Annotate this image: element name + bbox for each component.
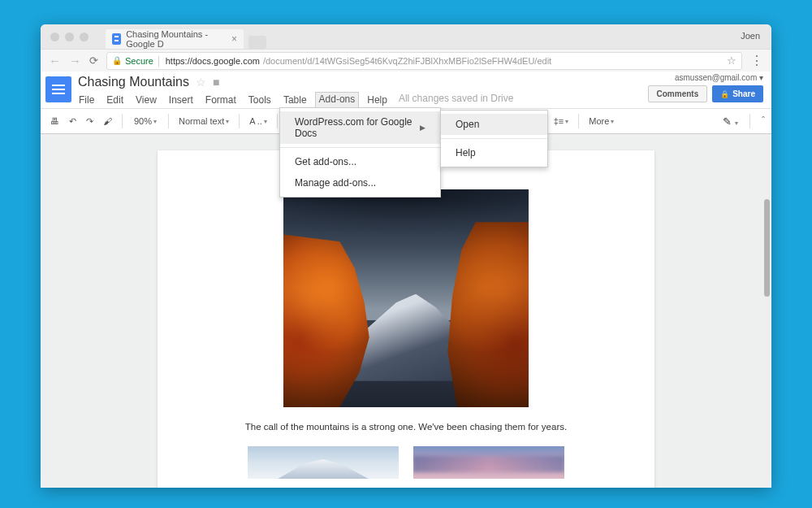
menu-file[interactable]: File: [78, 93, 95, 107]
vertical-scrollbar[interactable]: [764, 199, 770, 297]
menu-view[interactable]: View: [135, 93, 158, 107]
url-path: /document/d/14tWGsiSeg54t6KvqZ2hiFJBlXhx…: [263, 56, 551, 66]
browser-chrome: Chasing Mountains - Google D × Joen ← → …: [41, 24, 771, 72]
save-status: All changes saved in Drive: [399, 93, 513, 107]
new-tab-button[interactable]: [248, 36, 266, 49]
star-icon[interactable]: ☆: [196, 76, 206, 89]
url-host: https://docs.google.com: [166, 56, 260, 66]
maximize-window-icon[interactable]: [80, 33, 89, 41]
comments-button[interactable]: Comments: [648, 85, 708, 102]
submenu-help[interactable]: Help: [441, 142, 547, 163]
font-select[interactable]: A.. ▾: [246, 114, 270, 128]
addon-manage[interactable]: Manage add-ons...: [280, 172, 440, 193]
paint-format-icon[interactable]: 🖌: [100, 114, 115, 128]
address-bar[interactable]: 🔒 Secure │ https://docs.google.com/docum…: [106, 52, 742, 70]
submenu-arrow-icon: ▶: [420, 124, 425, 132]
browser-window: Chasing Mountains - Google D × Joen ← → …: [41, 24, 771, 488]
reload-button[interactable]: ⟳: [89, 54, 98, 67]
tab-strip: Chasing Mountains - Google D ×: [106, 28, 763, 49]
collapse-toolbar-icon[interactable]: ˆ: [762, 115, 765, 127]
share-label: Share: [732, 89, 755, 98]
menu-edit[interactable]: Edit: [106, 93, 124, 107]
paragraph-style-select[interactable]: Normal text ▾: [175, 114, 232, 128]
folder-icon[interactable]: ■: [213, 76, 219, 89]
address-row: ← → ⟳ 🔒 Secure │ https://docs.google.com…: [41, 49, 771, 72]
menu-bar: File Edit View Insert Format Tools Table…: [78, 93, 513, 107]
secure-label: Secure: [125, 56, 153, 66]
redo-icon[interactable]: ↷: [83, 114, 97, 129]
lock-icon: 🔒: [720, 90, 729, 98]
hero-image[interactable]: [283, 189, 529, 407]
bookmark-star-icon[interactable]: ☆: [727, 54, 736, 67]
share-button[interactable]: 🔒 Share: [712, 85, 763, 102]
window-controls[interactable]: [50, 33, 89, 41]
more-button[interactable]: More ▾: [585, 114, 617, 128]
menu-table[interactable]: Table: [283, 93, 308, 107]
line-spacing-icon[interactable]: ‡≡ ▾: [551, 114, 572, 128]
browser-profile[interactable]: Joen: [741, 31, 760, 41]
minimize-window-icon[interactable]: [65, 33, 74, 41]
divider: [280, 147, 440, 148]
docs-favicon-icon: [112, 33, 121, 45]
lock-icon: 🔒: [112, 56, 122, 65]
menu-help[interactable]: Help: [366, 93, 388, 107]
tab-title: Chasing Mountains - Google D: [126, 29, 223, 49]
close-window-icon[interactable]: [50, 33, 59, 41]
forward-button: →: [69, 54, 81, 67]
undo-icon[interactable]: ↶: [66, 114, 80, 129]
document-page[interactable]: The call of the mountains is a strong on…: [158, 150, 654, 488]
zoom-select[interactable]: 90% ▾: [129, 116, 162, 126]
user-email[interactable]: asmussen@gmail.com ▾: [675, 73, 763, 82]
divider: [441, 138, 547, 139]
addons-submenu: Open Help: [440, 110, 548, 167]
docs-logo-icon[interactable]: [45, 76, 71, 102]
addon-wordpress[interactable]: WordPress.com for Google Docs ▶: [280, 111, 440, 144]
menu-addons[interactable]: Add-ons: [315, 92, 360, 107]
docs-header: Chasing Mountains ☆ ■ File Edit View Ins…: [41, 72, 771, 108]
menu-tools[interactable]: Tools: [248, 93, 272, 107]
caption-text[interactable]: The call of the mountains is a strong on…: [198, 422, 614, 432]
menu-format[interactable]: Format: [205, 93, 237, 107]
document-title[interactable]: Chasing Mountains: [78, 75, 189, 89]
submenu-open[interactable]: Open: [441, 114, 547, 135]
tab-close-icon[interactable]: ×: [231, 33, 237, 45]
thumbnail-image-1[interactable]: [248, 446, 399, 479]
browser-menu-icon[interactable]: ⋮: [750, 53, 763, 68]
docs-app: Chasing Mountains ☆ ■ File Edit View Ins…: [41, 72, 771, 488]
back-button[interactable]: ←: [49, 54, 61, 67]
menu-insert[interactable]: Insert: [168, 93, 194, 107]
browser-tab[interactable]: Chasing Mountains - Google D ×: [106, 29, 244, 49]
print-icon[interactable]: 🖶: [47, 114, 63, 128]
thumbnail-row: [198, 446, 614, 479]
editing-mode-icon[interactable]: ✎ ▾: [723, 115, 738, 128]
thumbnail-image-2[interactable]: [413, 446, 564, 479]
addon-get[interactable]: Get add-ons...: [280, 151, 440, 172]
addons-dropdown: WordPress.com for Google Docs ▶ Get add-…: [279, 107, 441, 198]
